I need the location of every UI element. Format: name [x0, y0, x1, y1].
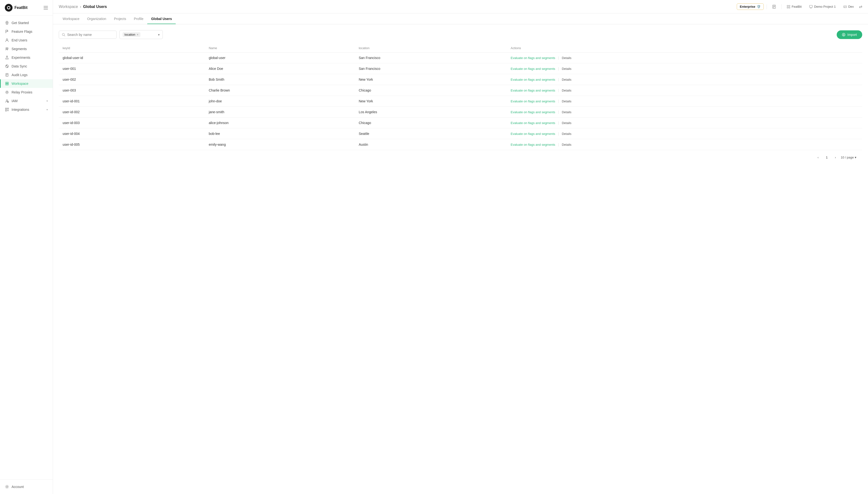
- evaluate-link[interactable]: Evaluate on flags and segments: [510, 99, 555, 103]
- sidebar-item-workspace[interactable]: Workspace: [0, 79, 53, 88]
- svg-point-3: [6, 22, 7, 23]
- prev-page-button[interactable]: ‹: [815, 154, 822, 161]
- cell-name: Alice Doe: [205, 63, 355, 74]
- sidebar-item-get-started[interactable]: Get Started: [0, 19, 53, 27]
- evaluate-link[interactable]: Evaluate on flags and segments: [510, 110, 555, 114]
- evaluate-link[interactable]: Evaluate on flags and segments: [510, 78, 555, 81]
- sidebar-item-experiments[interactable]: Experiments: [0, 53, 53, 62]
- cell-keyid: user-id-002: [59, 107, 205, 117]
- evaluate-link[interactable]: Evaluate on flags and segments: [510, 132, 555, 136]
- cell-actions: Evaluate on flags and segments | Details: [507, 74, 862, 85]
- sidebar-item-iam[interactable]: IAM ▾: [0, 97, 53, 105]
- breadcrumb-separator: ›: [80, 4, 81, 9]
- sidebar-item-integrations[interactable]: Integrations ▾: [0, 105, 53, 114]
- breadcrumb-workspace[interactable]: Workspace: [59, 4, 78, 9]
- svg-rect-17: [7, 108, 9, 109]
- demo-project-label: Demo Project 1: [814, 5, 836, 8]
- svg-rect-22: [789, 5, 790, 6]
- next-page-button[interactable]: ›: [832, 154, 839, 161]
- enterprise-badge[interactable]: Enterprise 🛡️: [737, 3, 764, 10]
- svg-point-6: [7, 48, 8, 49]
- integrations-icon: [5, 108, 9, 112]
- cell-actions: Evaluate on flags and segments | Details: [507, 107, 862, 117]
- sidebar-item-audit-logs[interactable]: Audit Logs: [0, 71, 53, 79]
- flag-icon: [5, 30, 9, 34]
- details-link[interactable]: Details: [562, 132, 572, 136]
- table-row: user-id-005 emily-wang Austin Evaluate o…: [59, 139, 862, 150]
- table-row: user-id-002 jane-smith Los Angeles Evalu…: [59, 107, 862, 117]
- env-switcher[interactable]: Dev: [841, 4, 856, 10]
- sidebar-item-segments[interactable]: Segments: [0, 44, 53, 53]
- import-button[interactable]: Import: [837, 30, 862, 39]
- sidebar-item-end-users[interactable]: End Users: [0, 36, 53, 44]
- data-table: keyId Name location Actions global-user-…: [59, 44, 862, 150]
- cell-keyid: user-id-004: [59, 128, 205, 139]
- search-input[interactable]: [67, 33, 113, 37]
- tabs-bar: Workspace Organization Projects Profile …: [53, 14, 868, 24]
- main-content: Workspace › Global Users Enterprise 🛡️ F…: [53, 0, 868, 494]
- evaluate-link[interactable]: Evaluate on flags and segments: [510, 121, 555, 125]
- action-separator: |: [558, 121, 559, 125]
- header-divider-2: [781, 4, 782, 9]
- cell-actions: Evaluate on flags and segments | Details: [507, 128, 862, 139]
- filter-arrow-icon: ▾: [158, 33, 160, 37]
- tab-organization[interactable]: Organization: [83, 14, 110, 24]
- cell-actions: Evaluate on flags and segments | Details: [507, 117, 862, 128]
- details-link[interactable]: Details: [562, 143, 572, 147]
- project-switcher[interactable]: FeatBit: [785, 4, 804, 10]
- cell-keyid: user-003: [59, 85, 205, 96]
- col-header-location: location: [355, 44, 507, 53]
- switch-icon[interactable]: ⇄: [859, 4, 862, 9]
- import-button-label: Import: [847, 33, 857, 37]
- sidebar-item-feature-flags[interactable]: Feature Flags: [0, 27, 53, 36]
- evaluate-link[interactable]: Evaluate on flags and segments: [510, 143, 555, 147]
- svg-rect-25: [809, 5, 812, 7]
- tab-global-users[interactable]: Global Users: [147, 14, 176, 24]
- filter-dropdown[interactable]: location × ▾: [119, 30, 163, 39]
- tab-workspace[interactable]: Workspace: [59, 14, 83, 24]
- sidebar-toggle[interactable]: [44, 6, 48, 10]
- relay-proxies-icon: [5, 90, 9, 94]
- tab-profile[interactable]: Profile: [130, 14, 148, 24]
- sidebar-item-account[interactable]: Account: [0, 482, 53, 491]
- table-header: keyId Name location Actions: [59, 44, 862, 53]
- sidebar-item-relay-proxies-label: Relay Proxies: [12, 90, 32, 94]
- svg-rect-23: [787, 7, 788, 8]
- cell-location: New York: [355, 74, 507, 85]
- cell-name: Charlie Brown: [205, 85, 355, 96]
- cell-actions: Evaluate on flags and segments | Details: [507, 139, 862, 150]
- details-link[interactable]: Details: [562, 78, 572, 81]
- details-link[interactable]: Details: [562, 56, 572, 60]
- evaluate-link[interactable]: Evaluate on flags and segments: [510, 67, 555, 71]
- search-box[interactable]: [59, 31, 117, 39]
- col-header-actions: Actions: [507, 44, 862, 53]
- data-sync-icon: [5, 64, 9, 69]
- sidebar-item-iam-label: IAM: [12, 99, 18, 103]
- filter-tag-remove[interactable]: ×: [137, 33, 138, 36]
- sidebar-item-end-users-label: End Users: [12, 38, 27, 42]
- cell-name: Bob Smith: [205, 74, 355, 85]
- cell-location: San Francisco: [355, 53, 507, 63]
- sidebar-item-data-sync[interactable]: Data Sync: [0, 62, 53, 71]
- svg-rect-24: [789, 7, 790, 8]
- docs-button[interactable]: [770, 4, 778, 10]
- action-separator: |: [558, 132, 559, 136]
- content-area: Workspace Organization Projects Profile …: [53, 14, 868, 494]
- top-header: Workspace › Global Users Enterprise 🛡️ F…: [53, 0, 868, 14]
- details-link[interactable]: Details: [562, 110, 572, 114]
- tab-projects[interactable]: Projects: [110, 14, 130, 24]
- details-link[interactable]: Details: [562, 121, 572, 125]
- evaluate-link[interactable]: Evaluate on flags and segments: [510, 56, 555, 60]
- sidebar-item-relay-proxies[interactable]: Relay Proxies: [0, 88, 53, 97]
- details-link[interactable]: Details: [562, 99, 572, 103]
- enterprise-icon: 🛡️: [757, 5, 760, 8]
- evaluate-link[interactable]: Evaluate on flags and segments: [510, 89, 555, 92]
- details-link[interactable]: Details: [562, 67, 572, 71]
- sidebar-nav: Get Started Feature Flags End Users Segm…: [0, 16, 53, 479]
- demo-project-switcher[interactable]: Demo Project 1: [807, 4, 838, 10]
- page-size-selector[interactable]: 10 / page ▾: [841, 156, 856, 159]
- svg-rect-12: [7, 84, 9, 85]
- cell-keyid: global-user-id: [59, 53, 205, 63]
- details-link[interactable]: Details: [562, 89, 572, 92]
- sidebar-item-segments-label: Segments: [12, 47, 27, 51]
